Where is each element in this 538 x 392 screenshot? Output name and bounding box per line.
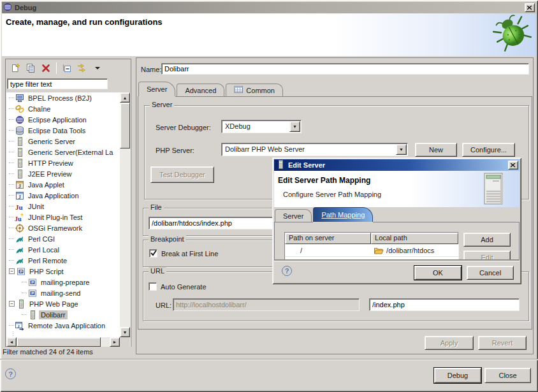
tab-advanced[interactable]: Advanced [177, 83, 224, 96]
tree-guide [9, 98, 14, 98]
tree-item-label: mailing-send [39, 289, 82, 298]
tab-common-label: Common [246, 87, 275, 94]
tree-item-mailing-send[interactable]: Pmailing-send [6, 287, 131, 298]
close-button[interactable]: Close [484, 368, 531, 383]
file-group-title: File [149, 203, 164, 211]
svg-text:J: J [18, 182, 22, 189]
dialog-help-icon[interactable]: ? [282, 266, 292, 276]
svg-text:J: J [17, 323, 20, 328]
new-server-button[interactable]: New [415, 143, 457, 157]
osgi-target-icon [15, 223, 25, 233]
apply-button[interactable]: Apply [425, 336, 474, 350]
dialog-tab-path-mapping[interactable]: Path Mapping [313, 207, 373, 222]
tree-item-label: PHP Web Page [27, 300, 80, 309]
collapse-expander-icon[interactable]: − [9, 301, 15, 307]
base-url-input[interactable] [173, 298, 360, 311]
filter-configs-icon[interactable] [75, 61, 89, 75]
tree-item-eclipse-application[interactable]: Eclipse Application [6, 114, 131, 125]
horizontal-scroll-thumb[interactable] [17, 337, 101, 347]
ok-button[interactable]: OK [414, 266, 462, 280]
tree-horizontal-scrollbar[interactable]: ◄ ► [6, 337, 120, 347]
tree-item-eclipse-data-tools[interactable]: Eclipse Data Tools [6, 125, 131, 136]
tree-item-java-applet[interactable]: JJava Applet [6, 179, 131, 190]
column-local-path[interactable]: Local path [371, 233, 458, 244]
scroll-up-icon[interactable]: ▲ [120, 92, 130, 103]
tree-item-php-script[interactable]: −PPHP Script [6, 266, 131, 277]
bpel-process-icon [15, 93, 25, 103]
help-icon[interactable]: ? [5, 368, 16, 379]
duplicate-config-icon[interactable] [24, 61, 38, 75]
vertical-scroll-thumb[interactable] [120, 103, 130, 149]
dialog-close-button[interactable] [508, 161, 518, 170]
server-debugger-combo[interactable]: XDebug ▼ [221, 120, 302, 133]
tree-item-label: Eclipse Data Tools [26, 126, 87, 135]
tree-item-perl-local[interactable]: Perl Local [6, 244, 131, 255]
svg-text:P: P [31, 280, 34, 284]
tree-item-label: Java Application [26, 191, 81, 200]
tree-item-dolibarr[interactable]: Dolibarr [6, 309, 131, 320]
test-debugger-button[interactable]: Test Debugger [150, 166, 214, 183]
configure-server-button[interactable]: Configure... [462, 143, 515, 157]
server-tower-icon [15, 169, 25, 179]
tree-item-osgi-framework[interactable]: OSGi Framework [6, 222, 131, 233]
svg-text:P: P [20, 270, 22, 273]
tab-server-label: Server [147, 85, 167, 93]
tree-item-java-application[interactable]: JJava Application [6, 190, 131, 201]
collapse-expander-icon[interactable]: − [9, 268, 15, 274]
collapse-all-icon[interactable] [60, 61, 74, 75]
filter-input[interactable] [7, 78, 108, 89]
footer-separator [0, 359, 538, 360]
tab-common[interactable]: Common [226, 83, 283, 96]
name-input[interactable] [161, 63, 529, 75]
tree-item-mailing-prepare[interactable]: Pmailing-prepare [6, 277, 131, 287]
menu-dropdown-icon[interactable] [91, 61, 105, 75]
tab-server[interactable]: Server [138, 82, 175, 96]
window-close-button[interactable] [525, 3, 535, 12]
chevron-down-icon[interactable]: ▼ [396, 144, 407, 155]
tree-item-label: Perl Remote [26, 256, 69, 265]
tree-item-junit-plug-in-test[interactable]: JuJUnit Plug-in Test [6, 212, 131, 222]
url-path-input[interactable] [369, 298, 520, 311]
tree-item-label: Java Applet [26, 180, 66, 189]
mapping-row[interactable]: //dolibarr/htdocs [285, 244, 458, 257]
database-icon [15, 126, 25, 136]
scroll-right-icon[interactable]: ► [110, 337, 120, 347]
auto-generate-checkbox[interactable] [149, 282, 157, 291]
edit-mapping-button[interactable]: Edit [463, 250, 511, 260]
tree-item-label: PHP Script [27, 267, 66, 276]
scroll-left-icon[interactable]: ◄ [6, 337, 17, 347]
delete-config-icon[interactable] [39, 61, 53, 75]
tree-vertical-scrollbar[interactable]: ▲ ▼ [120, 92, 130, 337]
tree-item-perl-remote[interactable]: Perl Remote [6, 255, 131, 266]
cancel-button[interactable]: Cancel [467, 266, 514, 280]
scroll-down-icon[interactable]: ▼ [120, 327, 130, 337]
tree-item-junit[interactable]: JuJUnit [6, 201, 131, 212]
tree-guide [9, 238, 14, 239]
perl-camel-icon [15, 245, 25, 255]
config-tree: BPEL Process (B2J)ChaîneEclipse Applicat… [6, 92, 131, 347]
tree-item-remote-java-application[interactable]: JRemote Java Application [6, 320, 131, 331]
folder-icon [374, 245, 384, 256]
php-server-combo[interactable]: Dolibarr PHP Web Server ▼ [221, 143, 408, 156]
dialog-tab-server[interactable]: Server [275, 209, 312, 222]
path-mapping-table: Path on server Local path //dolibarr/htd… [284, 232, 459, 260]
revert-button[interactable]: Revert [478, 336, 527, 350]
tree-item-php-web-page[interactable]: −PHP Web Page [6, 298, 131, 309]
tree-item-perl-cgi[interactable]: Perl CGI [6, 233, 131, 244]
tree-item-j2ee-preview[interactable]: J2EE Preview [6, 168, 131, 179]
column-path-on-server[interactable]: Path on server [285, 233, 371, 244]
tree-item-generic-server[interactable]: Generic Server [6, 136, 131, 147]
perl-camel-icon [15, 256, 25, 266]
chevron-down-icon[interactable]: ▼ [289, 121, 300, 132]
server-tower-icon [15, 158, 25, 168]
tree-item-cha-ne[interactable]: Chaîne [6, 103, 131, 114]
tree-item-generic-server-external-la[interactable]: Generic Server(External La [6, 147, 131, 157]
add-mapping-button[interactable]: Add [463, 233, 511, 247]
debug-button[interactable]: Debug [434, 368, 481, 383]
new-config-icon[interactable] [8, 61, 22, 75]
eclipse-sphere-icon [15, 115, 25, 125]
tree-item-bpel-process-b2j[interactable]: BPEL Process (B2J) [6, 92, 131, 103]
tree-guide [9, 173, 14, 174]
tree-item-http-preview[interactable]: HTTP Preview [6, 157, 131, 168]
break-first-line-checkbox[interactable] [149, 249, 157, 258]
